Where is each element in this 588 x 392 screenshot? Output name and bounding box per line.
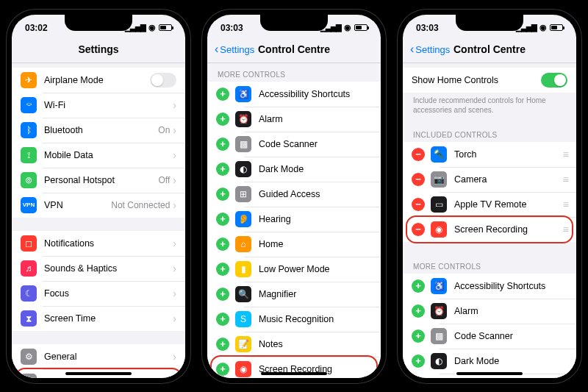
add-button[interactable]: + xyxy=(216,188,229,201)
settings-row[interactable]: ⧗Screen Time› xyxy=(12,306,185,331)
control-row: +⏰Alarm xyxy=(207,107,381,132)
settings-row[interactable]: ✈Airplane Mode xyxy=(12,68,185,93)
row-label: VPN xyxy=(44,200,111,210)
hourglass-icon: ⧗ xyxy=(21,310,37,327)
remove-button[interactable]: − xyxy=(412,148,425,161)
controls-list[interactable]: MORE CONTROLS+♿Accessibility Shortcuts+⏰… xyxy=(207,63,381,378)
row-label: Alarm xyxy=(454,306,567,316)
back-button[interactable]: ‹ Settings xyxy=(215,43,254,55)
home-indicator[interactable] xyxy=(261,372,327,375)
back-button[interactable]: ‹ Settings xyxy=(410,43,450,55)
battery-icon xyxy=(550,24,563,31)
toggle[interactable] xyxy=(150,73,176,88)
settings-row[interactable]: ⌔Wi-Fi› xyxy=(12,93,185,118)
add-button[interactable]: + xyxy=(216,313,229,326)
row-label: Hearing xyxy=(259,214,372,224)
add-button[interactable]: + xyxy=(412,354,425,368)
camera-icon: 📷 xyxy=(431,171,447,188)
settings-row[interactable]: ᛒBluetoothOn› xyxy=(12,118,185,143)
settings-row[interactable]: ♬Sounds & Haptics› xyxy=(12,256,185,281)
nav-header: ‹ Settings Control Centre xyxy=(403,37,576,63)
add-button[interactable]: + xyxy=(412,279,425,293)
bluetooth-icon: ᛒ xyxy=(21,122,37,138)
chevron-right-icon: › xyxy=(173,175,176,185)
speaker-icon: ♬ xyxy=(21,260,37,277)
row-detail: Not Connected xyxy=(111,200,170,210)
nav-header: ‹ Settings Control Centre xyxy=(207,37,381,63)
home-indicator[interactable] xyxy=(65,372,132,375)
settings-row[interactable]: ◻Notifications› xyxy=(12,231,185,256)
add-button[interactable]: + xyxy=(216,338,229,351)
back-label: Settings xyxy=(220,44,254,55)
add-button[interactable]: + xyxy=(216,288,229,301)
settings-list[interactable]: ✈Airplane Mode⌔Wi-Fi›ᛒBluetoothOn›⟟Mobil… xyxy=(12,63,185,378)
chevron-right-icon: › xyxy=(173,238,176,249)
add-button[interactable]: + xyxy=(216,113,229,126)
add-button[interactable]: + xyxy=(216,363,229,376)
notch xyxy=(260,15,328,31)
row-label: Notes xyxy=(259,339,372,349)
row-label: Bluetooth xyxy=(44,125,158,135)
control-row: −◉Screen Recording≡ xyxy=(403,217,576,242)
add-button[interactable]: + xyxy=(216,213,229,226)
settings-row[interactable]: ⟟Mobile Data› xyxy=(12,143,185,168)
row-detail: On xyxy=(158,125,170,135)
controls-list[interactable]: Show Home ControlsInclude recommended co… xyxy=(403,63,576,378)
alarm-icon: ⏰ xyxy=(431,303,447,319)
control-row: +♿Accessibility Shortcuts xyxy=(403,274,576,299)
add-button[interactable]: + xyxy=(216,138,229,151)
settings-row[interactable]: ⚙General› xyxy=(12,344,185,369)
magnifier-icon: 🔍 xyxy=(235,286,251,302)
add-button[interactable]: + xyxy=(216,88,229,101)
add-button[interactable]: + xyxy=(412,304,425,318)
show-home-controls-row: Show Home Controls xyxy=(403,68,576,93)
chevron-right-icon: › xyxy=(173,100,176,110)
battery-icon xyxy=(159,24,172,31)
section-header: INCLUDED CONTROLS xyxy=(403,124,576,142)
add-button[interactable]: + xyxy=(216,163,229,176)
darkmode-icon: ◐ xyxy=(431,353,447,369)
accessibility-icon: ♿ xyxy=(235,86,251,102)
settings-row[interactable]: VPNVPNNot Connected› xyxy=(12,193,185,218)
add-button[interactable]: + xyxy=(216,238,229,251)
row-label: Home xyxy=(259,239,372,249)
status-time: 03:03 xyxy=(416,23,439,33)
torch-icon: 🔦 xyxy=(431,146,447,163)
drag-handle-icon[interactable]: ≡ xyxy=(563,199,567,210)
chevron-right-icon: › xyxy=(173,263,176,274)
drag-handle-icon[interactable]: ≡ xyxy=(563,149,567,160)
ear-icon: 👂 xyxy=(235,211,251,227)
row-label: General xyxy=(44,352,173,362)
remove-button[interactable]: − xyxy=(412,173,425,186)
wifi-icon: ◉ xyxy=(539,23,547,32)
drag-handle-icon[interactable]: ≡ xyxy=(563,224,567,235)
row-label: Low Power Mode xyxy=(259,264,372,274)
control-row: +▩Code Scanner xyxy=(207,132,381,157)
row-label: Show Home Controls xyxy=(412,75,541,85)
toggle[interactable] xyxy=(541,73,567,88)
accessibility-icon: ♿ xyxy=(431,278,447,294)
row-label: Screen Recording xyxy=(454,224,563,235)
darkmode-icon: ◐ xyxy=(235,161,251,177)
chevron-right-icon: › xyxy=(173,352,176,362)
wifi-icon: ◉ xyxy=(344,23,351,32)
row-label: Personal Hotspot xyxy=(44,175,159,185)
control-row: +▩Code Scanner xyxy=(403,324,576,349)
appletv-icon: ▭ xyxy=(431,196,447,213)
chevron-right-icon: › xyxy=(173,288,176,299)
status-time: 03:02 xyxy=(25,23,48,33)
row-label: Accessibility Shortcuts xyxy=(454,281,567,291)
add-button[interactable]: + xyxy=(216,263,229,276)
control-row: +👂Hearing xyxy=(207,207,381,232)
settings-row[interactable]: ⊚Personal HotspotOff› xyxy=(12,168,185,193)
settings-row[interactable]: ☾Focus› xyxy=(12,281,185,306)
remove-button[interactable]: − xyxy=(412,198,425,211)
back-label: Settings xyxy=(415,44,450,55)
remove-button[interactable]: − xyxy=(412,223,425,236)
home-indicator[interactable] xyxy=(456,372,523,375)
phone-2: 03:03 ▁▃▅▇ ◉ ‹ Settings Control Centre M… xyxy=(201,9,387,384)
control-row: +⊞Guided Access xyxy=(207,182,381,207)
drag-handle-icon[interactable]: ≡ xyxy=(563,174,567,185)
add-button[interactable]: + xyxy=(412,329,425,343)
control-row: +SMusic Recognition xyxy=(207,307,381,332)
